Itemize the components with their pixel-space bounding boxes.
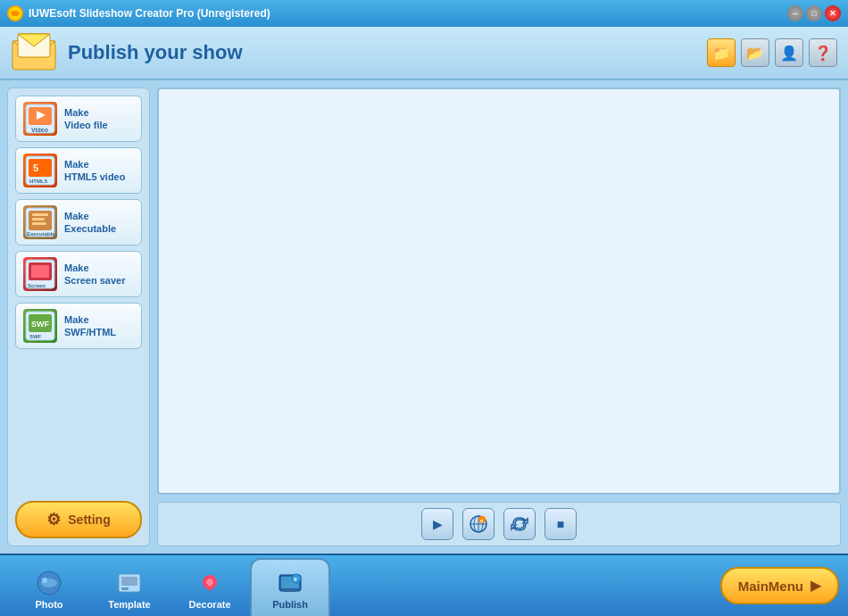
svg-rect-38 [121,577,137,586]
photo-tab-label: Photo [35,599,62,610]
minimize-button[interactable]: ─ [787,5,803,21]
preview-area: ▶ e ■ [157,87,841,546]
bottom-nav: Photo Template Decorate [0,554,848,616]
svg-rect-42 [284,589,296,592]
tab-photo[interactable]: Photo [9,563,89,616]
publish-tab-icon: e [276,569,304,597]
maximize-button[interactable]: □ [806,5,822,21]
sidebar-item-html5-label: Make HTML5 video [64,158,125,184]
help-button[interactable]: ❓ [809,38,837,67]
decorate-tab-icon [195,569,224,597]
sidebar-item-video[interactable]: Video Make Video file [15,96,142,142]
tab-decorate[interactable]: Decorate [170,563,250,616]
header-toolbar: 📁 📂 👤 ❓ [707,38,837,67]
page-title: Publish your show [68,41,243,64]
window-title: IUWEsoft Slideshow Creator Pro (Unregist… [29,7,270,20]
template-tab-label: Template [108,599,150,610]
sidebar-item-html5[interactable]: 5 HTML5 Make HTML5 video [15,147,142,194]
decorate-tab-label: Decorate [188,599,230,610]
setting-button[interactable]: ⚙ Setting [15,501,142,538]
header-left: Publish your show [11,32,243,73]
preview-controls: ▶ e ■ [157,502,841,546]
web-preview-button[interactable]: e [462,508,495,540]
play-button[interactable]: ▶ [421,508,453,540]
close-button[interactable]: ✕ [825,5,841,21]
tab-template[interactable]: Template [89,563,170,616]
svg-rect-22 [31,265,49,278]
svg-text:e: e [294,576,297,582]
svg-text:5: 5 [33,162,38,173]
video-icon: Video [23,102,57,136]
svg-text:SWF: SWF [29,334,42,339]
photo-tab-icon [35,569,63,597]
screensaver-icon: Screen [23,257,57,291]
main-area: Video Make Video file 5 HTML5 Make [0,80,848,554]
setting-label: Setting [68,512,110,527]
person-button[interactable]: 👤 [775,38,803,67]
executable-icon: Executable [23,205,57,239]
gear-icon: ⚙ [46,510,61,529]
svg-text:Executable: Executable [27,231,55,237]
tab-publish[interactable]: e Publish [250,558,330,616]
sidebar-item-screensaver-label: Make Screen saver [64,262,126,287]
svg-text:HTML5: HTML5 [29,179,48,184]
svg-rect-39 [121,587,129,590]
main-menu-arrow: ▶ [811,578,821,594]
svg-point-1 [11,11,20,16]
app-icon [7,5,23,21]
svg-text:Video: Video [31,127,48,133]
title-bar: IUWEsoft Slideshow Creator Pro (Unregist… [0,0,848,27]
svg-point-36 [42,578,47,583]
sidebar: Video Make Video file 5 HTML5 Make [7,87,150,546]
html5-icon: 5 HTML5 [23,154,57,187]
swf-icon: SWF SWF [23,309,57,343]
svg-rect-17 [32,218,45,221]
sidebar-item-swf-label: Make SWF/HTML [64,313,116,339]
title-bar-left: IUWEsoft Slideshow Creator Pro (Unregist… [7,5,270,21]
svg-text:Screen: Screen [28,283,46,288]
main-menu-label: MainMenu [738,579,803,594]
sidebar-item-executable-label: Make Executable [64,210,116,236]
sidebar-item-video-label: Make Video file [64,106,108,132]
preview-canvas [157,87,841,495]
template-tab-icon [115,569,144,597]
loop-button[interactable] [503,508,536,540]
nav-tabs: Photo Template Decorate [9,554,330,616]
svg-rect-11 [29,159,52,177]
main-menu-button[interactable]: MainMenu ▶ [720,567,839,604]
publish-tab-label: Publish [272,599,308,610]
svg-rect-18 [32,222,46,225]
window-controls: ─ □ ✕ [787,5,841,21]
sidebar-item-screensaver[interactable]: Screen Make Screen saver [15,251,142,297]
stop-button[interactable]: ■ [545,508,577,540]
folder-open-button[interactable]: 📂 [741,38,769,67]
sidebar-item-swf[interactable]: SWF SWF Make SWF/HTML [15,303,142,349]
sidebar-item-executable[interactable]: Executable Make Executable [15,199,142,246]
app-logo [11,32,57,73]
folder-button[interactable]: 📁 [707,38,736,67]
header: Publish your show 📁 📂 👤 ❓ [0,27,848,80]
svg-text:SWF: SWF [31,320,49,329]
svg-rect-16 [32,213,48,216]
